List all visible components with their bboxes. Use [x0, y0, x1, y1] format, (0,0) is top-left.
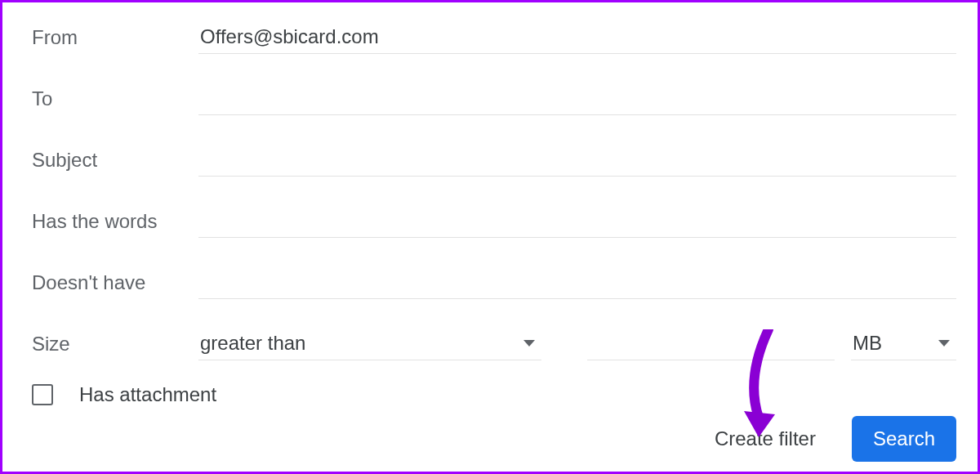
from-row: From	[32, 22, 956, 54]
search-filter-panel: From To Subject Has the words Doesn't ha…	[0, 0, 980, 474]
has-attachment-row: Has attachment	[32, 383, 956, 406]
from-input[interactable]	[198, 22, 956, 54]
chevron-down-icon	[938, 340, 950, 347]
has-attachment-checkbox[interactable]	[32, 384, 53, 405]
create-filter-button[interactable]: Create filter	[711, 421, 819, 457]
size-unit-dropdown[interactable]: MB	[851, 329, 956, 360]
subject-label: Subject	[32, 149, 198, 177]
doesnt-have-label: Doesn't have	[32, 271, 198, 299]
has-words-input[interactable]	[198, 206, 956, 238]
has-words-label: Has the words	[32, 210, 198, 238]
size-value-input[interactable]	[587, 329, 835, 360]
doesnt-have-row: Doesn't have	[32, 267, 956, 299]
to-input[interactable]	[198, 83, 956, 115]
has-attachment-label: Has attachment	[79, 383, 216, 406]
size-row: Size greater than MB	[32, 329, 956, 360]
to-row: To	[32, 83, 956, 115]
size-operator-value: greater than	[200, 332, 305, 355]
footer-actions: Create filter Search	[711, 416, 956, 462]
chevron-down-icon	[523, 340, 535, 347]
size-unit-value: MB	[853, 332, 882, 355]
subject-input[interactable]	[198, 145, 956, 177]
subject-row: Subject	[32, 145, 956, 177]
to-label: To	[32, 87, 198, 115]
size-operator-dropdown[interactable]: greater than	[198, 329, 541, 360]
search-button[interactable]: Search	[852, 416, 956, 462]
from-label: From	[32, 26, 198, 54]
size-label: Size	[32, 333, 198, 360]
doesnt-have-input[interactable]	[198, 267, 956, 299]
has-words-row: Has the words	[32, 206, 956, 238]
